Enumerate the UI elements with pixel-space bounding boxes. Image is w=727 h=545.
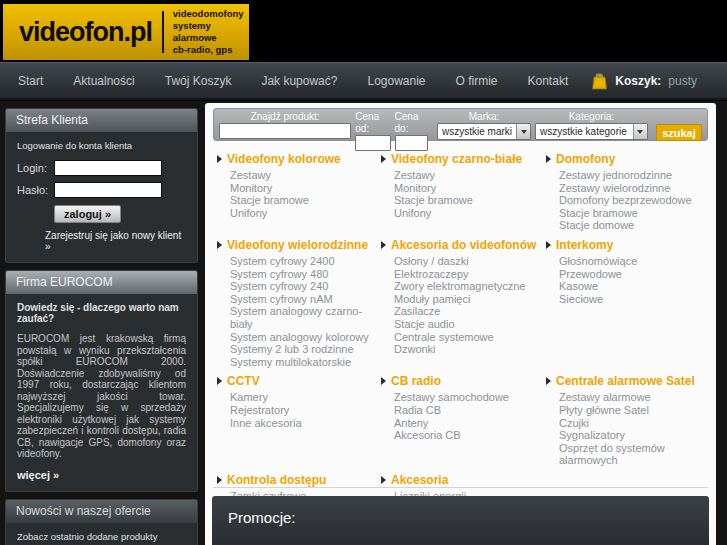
nav-item[interactable]: Jak kupować? <box>261 74 337 88</box>
category-link[interactable]: Unifony <box>394 207 546 220</box>
brand-label: Marka: <box>469 111 500 123</box>
category-header[interactable]: Domofony <box>546 152 704 166</box>
category-header[interactable]: CB radio <box>381 374 546 388</box>
main-panel: Znajdź produkt: Cena od: Cena do: Marka:… <box>205 103 716 545</box>
category-header[interactable]: CCTV <box>217 374 381 388</box>
price-from-input[interactable] <box>355 135 390 151</box>
category-link[interactable]: Płyty główne Satel <box>559 404 704 417</box>
category-link[interactable]: System analogowy czarno-biały <box>230 305 381 330</box>
category-title[interactable]: Akcesoria <box>391 473 448 487</box>
category-link[interactable]: Domofony bezprzewodowe <box>559 194 704 207</box>
more-link[interactable]: więcej » <box>17 469 59 481</box>
register-link[interactable]: Zarejestruj się jako nowy klient » <box>45 230 186 252</box>
category-link[interactable]: Zasilacze <box>394 305 546 318</box>
nav-item[interactable]: Twój Koszyk <box>165 74 232 88</box>
category-header[interactable]: Akcesoria do videofonów <box>381 238 546 252</box>
category-title[interactable]: Videofony kolorowe <box>227 152 341 166</box>
category-link[interactable]: Monitory <box>230 182 381 195</box>
cart-widget[interactable]: Koszyk: pusty <box>591 71 709 90</box>
category-link[interactable]: Przewodowe <box>559 268 704 281</box>
category-link[interactable]: Zestawy <box>394 169 546 182</box>
category-title[interactable]: CB radio <box>391 374 441 388</box>
category-link[interactable]: System analogowy kolorowy <box>230 331 381 344</box>
category-link[interactable]: Stacje bramowe <box>394 194 546 207</box>
category-link[interactable]: Unifony <box>230 207 381 220</box>
brand-select-value: wszystkie marki <box>438 126 516 137</box>
category-header[interactable]: Videofony kolorowe <box>217 152 381 166</box>
category-title[interactable]: Domofony <box>556 152 615 166</box>
category-link[interactable]: Osprzęt do systemów alarmowych <box>559 442 704 467</box>
category-link[interactable]: Głośnomówiące <box>559 255 704 268</box>
category-link[interactable]: Elektrozaczepy <box>394 268 546 281</box>
category-link[interactable]: System cyfrowy nAM <box>230 293 381 306</box>
category-link[interactable]: Moduły pamięci <box>394 293 546 306</box>
category-items: Zestawy samochodowe Radia CB Anteny Akce… <box>381 391 546 441</box>
nav-item[interactable]: O firmie <box>456 74 498 88</box>
nav-item[interactable]: Kontakt <box>528 74 569 88</box>
nav-items: Start Aktualności Twój Koszyk Jak kupowa… <box>18 74 568 88</box>
login-note: Logowanie do konta klienta <box>17 140 186 151</box>
category-link[interactable]: System cyfrowy 2400 <box>230 255 381 268</box>
category-link[interactable]: Stacje bramowe <box>559 207 704 220</box>
category-link[interactable]: Stacje bramowe <box>230 194 381 207</box>
cart-status: pusty <box>668 74 697 88</box>
category-link[interactable]: Rejestratory <box>230 404 381 417</box>
category-title[interactable]: CCTV <box>227 374 260 388</box>
category-title[interactable]: Centrale alarmowe Satel <box>556 374 695 388</box>
category-header[interactable]: Videofony czarno-białe <box>381 152 546 166</box>
category-header[interactable]: Videofony wielorodzinne <box>217 238 381 252</box>
price-to-input[interactable] <box>395 135 429 151</box>
login-button[interactable]: zaloguj » <box>54 205 121 223</box>
search-button[interactable]: szukaj <box>656 124 702 141</box>
category-link[interactable]: Monitory <box>394 182 546 195</box>
category-header[interactable]: Akcesoria <box>381 473 546 487</box>
category-link[interactable]: Systemy 2 lub 3 rodzinne <box>230 343 381 356</box>
news-box: Nowości w naszej ofercie Zobacz ostatnio… <box>5 499 198 545</box>
login-input[interactable] <box>54 160 162 176</box>
site-logo[interactable]: videofon.pl videodomofony systemy alarmo… <box>3 4 249 60</box>
category-link[interactable]: Anteny <box>394 417 546 430</box>
category-link[interactable]: Zestawy samochodowe <box>394 391 546 404</box>
search-input[interactable] <box>219 123 351 139</box>
category-link[interactable]: Zestawy jednorodzinne <box>559 169 704 182</box>
category-arrow-icon <box>546 241 551 249</box>
category-link[interactable]: Radia CB <box>394 404 546 417</box>
category-link[interactable]: Sieciowe <box>559 293 704 306</box>
category-link[interactable]: Sygnalizatory <box>559 429 704 442</box>
category-link[interactable]: Kamery <box>230 391 381 404</box>
nav-item[interactable]: Aktualności <box>73 74 134 88</box>
category-items: Zestawy alarmowe Płyty główne Satel Czuj… <box>546 391 704 467</box>
category-link[interactable]: Dzwonki <box>394 343 546 356</box>
category-link[interactable]: Zestawy wielorodzinne <box>559 182 704 195</box>
category-link[interactable]: Centrale systemowe <box>394 331 546 344</box>
category-select[interactable]: wszystkie kategorie <box>535 123 648 140</box>
category-link[interactable]: Zestawy alarmowe <box>559 391 704 404</box>
category-header[interactable]: Interkomy <box>546 238 704 252</box>
brand-select[interactable]: wszystkie marki <box>437 123 531 140</box>
category-title[interactable]: Akcesoria do videofonów <box>391 238 536 252</box>
chevron-down-icon[interactable] <box>516 124 530 139</box>
category-link[interactable]: Systemy multilokatorskie <box>230 356 381 369</box>
category-label: Kategoria: <box>569 111 615 123</box>
category-link[interactable]: Kasowe <box>559 280 704 293</box>
category-title[interactable]: Videofony wielorodzinne <box>227 238 368 252</box>
category-link[interactable]: System cyfrowy 240 <box>230 280 381 293</box>
category-header[interactable]: Kontrola dostępu <box>217 473 381 487</box>
category-link[interactable]: Osłony / daszki <box>394 255 546 268</box>
category-link[interactable]: Stacje audio <box>394 318 546 331</box>
chevron-down-icon[interactable] <box>633 124 647 139</box>
category-link[interactable]: Stacje domowe <box>559 219 704 232</box>
category-title[interactable]: Kontrola dostępu <box>227 473 326 487</box>
nav-item[interactable]: Logowanie <box>367 74 425 88</box>
password-input[interactable] <box>54 182 162 198</box>
nav-item[interactable]: Start <box>18 74 43 88</box>
category-title[interactable]: Interkomy <box>556 238 613 252</box>
category-link[interactable]: Zwory elektromagnetyczne <box>394 280 546 293</box>
category-link[interactable]: Czujki <box>559 417 704 430</box>
category-title[interactable]: Videofony czarno-białe <box>391 152 522 166</box>
category-link[interactable]: Inne akcesoria <box>230 417 381 430</box>
category-link[interactable]: Zestawy <box>230 169 381 182</box>
category-link[interactable]: System cyfrowy 480 <box>230 268 381 281</box>
category-header[interactable]: Centrale alarmowe Satel <box>546 374 704 388</box>
category-link[interactable]: Akcesoria CB <box>394 429 546 442</box>
